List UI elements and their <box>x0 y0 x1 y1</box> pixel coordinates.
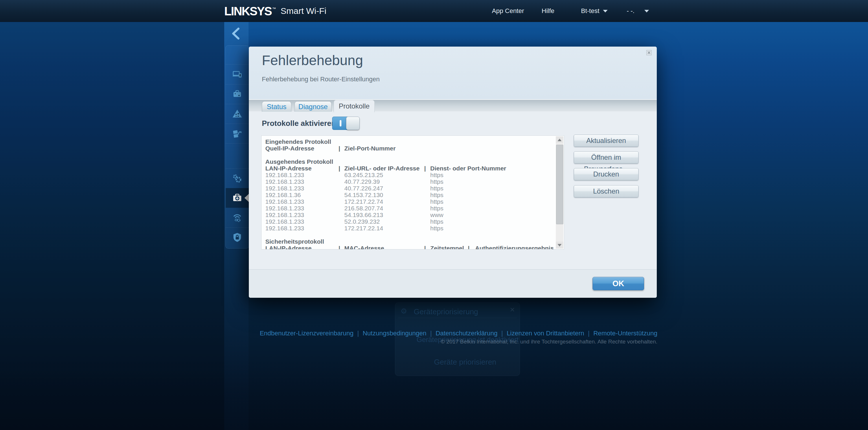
log-col: LAN-IP-Adresse <box>265 165 312 172</box>
log-row: 192.168.1.233 40.77.226.247 https <box>261 185 554 191</box>
log-cell: 54.153.72.130 <box>344 191 383 198</box>
log-col: Ziel-URL- oder IP-Adresse <box>344 165 420 172</box>
ok-button[interactable]: OK <box>593 277 644 290</box>
scrollbar-down-button[interactable] <box>556 242 563 249</box>
logs-toggle-label: Protokolle aktivieren <box>262 119 336 128</box>
log-row: 192.168.1.36 54.153.72.130 https <box>261 191 554 198</box>
log-cell: https <box>430 205 443 212</box>
clear-button[interactable]: Löschen <box>574 185 639 197</box>
sidebar-item-empty <box>226 46 249 64</box>
menu-account-dropdown[interactable]: Bt-test <box>581 0 608 22</box>
arrow-up-icon <box>558 139 562 141</box>
sidebar-item-connectivity[interactable] <box>226 168 249 189</box>
toggle-knob[interactable] <box>346 117 360 130</box>
log-content: Eingehendes Protokoll Quell-IP-Adresse |… <box>261 138 554 249</box>
print-button[interactable]: Drucken <box>574 168 639 180</box>
log-row: 192.168.1.233 216.58.207.74 https <box>261 205 554 212</box>
tab-protokolle[interactable]: Protokolle <box>334 100 375 112</box>
scrollbar-up-button[interactable] <box>556 136 563 143</box>
log-blank-line <box>261 152 554 158</box>
sidebar-item-troubleshooting[interactable] <box>226 188 249 208</box>
toggle-on-bar-icon <box>340 120 341 126</box>
footer-separator: | <box>497 330 507 337</box>
log-cell: 54.193.66.213 <box>344 212 383 218</box>
sidebar-item-security[interactable] <box>226 227 249 247</box>
left-dim-overlay <box>0 22 224 430</box>
menu-language-label: - -. <box>627 7 634 15</box>
log-cell: 216.58.207.74 <box>344 205 383 212</box>
sidebar-item-guest-access[interactable] <box>226 84 249 104</box>
troubleshooting-icon <box>232 193 243 203</box>
footer-links: Endbenutzer-Lizenzvereinbarung| Nutzungs… <box>260 330 657 337</box>
log-row: 192.168.1.233 40.77.229.39 https <box>261 178 554 185</box>
log-col-separator: | <box>468 245 470 249</box>
footer-link-remote-support[interactable]: Remote-Unterstützung <box>593 330 657 337</box>
log-cell: 192.168.1.233 <box>265 198 304 205</box>
log-section-title: Ausgehendes Protokoll <box>261 158 554 165</box>
log-cell: https <box>430 191 443 198</box>
dialog-title: Fehlerbehebung <box>262 52 363 68</box>
sidebar-item-media-prioritization[interactable] <box>226 124 249 144</box>
dialog-close-button[interactable] <box>645 49 653 56</box>
footer-link-thirdparty[interactable]: Lizenzen von Drittanbietern <box>507 330 584 337</box>
sidebar-item-parental-controls[interactable] <box>226 104 249 124</box>
log-row: 192.168.1.233 52.0.239.232 https <box>261 218 554 225</box>
log-blank-line <box>261 232 554 238</box>
open-in-browser-button[interactable]: Öffnen im Browserfens... <box>574 151 639 163</box>
log-row: 192.168.1.233 172.217.22.74 https <box>261 198 554 205</box>
logs-toggle-switch[interactable] <box>332 117 360 130</box>
log-cell: https <box>430 172 443 179</box>
screen: ⚙ Gerätepriorisierung ✕ Gerätepriorisier… <box>0 0 868 430</box>
log-cell: https <box>430 218 443 225</box>
sidebar-item-network-map[interactable] <box>226 64 249 85</box>
linksys-logo: LINKSYS ™ Smart Wi-Fi <box>224 0 327 22</box>
copyright-notice: © 2017 Belkin International, Inc. und ih… <box>441 339 657 345</box>
log-column-header: LAN-IP-Adresse | Ziel-URL- oder IP-Adres… <box>261 165 554 172</box>
log-col: Quell-IP-Adresse <box>265 145 314 152</box>
log-cell: 192.168.1.233 <box>265 185 304 192</box>
ghost-divider <box>398 318 517 318</box>
log-cell: https <box>430 198 443 205</box>
log-col: Dienst- oder Port-Nummer <box>430 165 506 172</box>
tab-status[interactable]: Status <box>262 101 291 112</box>
log-row: 192.168.1.233 63.245.213.25 https <box>261 172 554 178</box>
refresh-button[interactable]: Aktualisieren <box>574 134 639 147</box>
menu-help[interactable]: Hilfe <box>541 0 554 22</box>
footer-link-terms[interactable]: Nutzungsbedingungen <box>363 330 426 337</box>
sidebar-item-wireless[interactable] <box>226 208 249 228</box>
log-cell: 40.77.226.247 <box>344 185 383 192</box>
log-text-line: Sicherheitsprotokoll <box>265 238 324 245</box>
log-cell: 40.77.229.39 <box>344 178 380 185</box>
log-row: 192.168.1.233 54.193.66.213 www <box>261 212 554 218</box>
guest-access-icon <box>232 89 243 99</box>
menu-language-dropdown[interactable]: - -. <box>627 0 649 22</box>
log-cell: 192.168.1.233 <box>265 218 304 225</box>
log-cell: www <box>430 212 443 218</box>
log-col-separator: | <box>424 245 426 249</box>
log-scrollbar[interactable] <box>556 136 563 249</box>
logo-product-name: Smart Wi-Fi <box>281 6 327 16</box>
log-cell: 192.168.1.233 <box>265 225 304 232</box>
log-cell: 192.168.1.233 <box>265 178 304 185</box>
footer-link-privacy[interactable]: Datenschutzerklärung <box>435 330 497 337</box>
media-prioritization-icon <box>232 128 243 139</box>
log-col: Authentifizierungsergebnis <box>475 245 554 249</box>
back-button[interactable] <box>231 27 241 40</box>
log-section-title: Sicherheitsprotokoll <box>261 238 554 245</box>
tab-diagnose[interactable]: Diagnose <box>294 101 332 112</box>
connectivity-gears-icon <box>232 173 243 184</box>
log-col-separator: | <box>339 145 340 152</box>
log-viewer[interactable]: Eingehendes Protokoll Quell-IP-Adresse |… <box>261 135 564 249</box>
log-cell: https <box>430 225 443 232</box>
tab-protokolle-label: Protokolle <box>339 102 370 110</box>
footer-link-eula[interactable]: Endbenutzer-Lizenzvereinbarung <box>260 330 353 337</box>
dialog-subtitle: Fehlerbehebung bei Router-Einstellungen <box>262 75 380 83</box>
log-col-separator: | <box>339 245 340 249</box>
scrollbar-thumb[interactable] <box>556 145 563 224</box>
menu-app-center[interactable]: App Center <box>492 0 524 22</box>
log-col-separator: | <box>424 165 426 172</box>
log-row: 192.168.1.233 172.217.22.14 https <box>261 225 554 232</box>
chevron-down-icon <box>603 10 608 12</box>
log-cell: 192.168.1.233 <box>265 205 304 212</box>
chevron-down-icon <box>644 10 649 12</box>
